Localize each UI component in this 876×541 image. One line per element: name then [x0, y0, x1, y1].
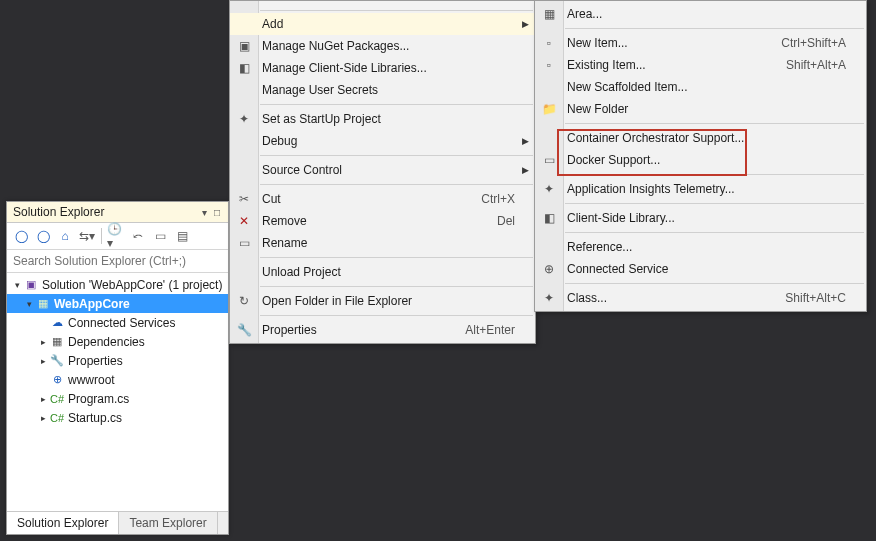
show-all-icon[interactable]: ▭ [150, 226, 170, 246]
globe-icon: ⊕ [49, 372, 65, 388]
menu-item-scaffolded[interactable]: New Scaffolded Item... [535, 76, 866, 98]
existing-item-icon: ▫ [539, 58, 559, 72]
menu-label: Application Insights Telemetry... [567, 182, 735, 196]
tab-solution-explorer[interactable]: Solution Explorer [7, 512, 119, 534]
menu-item-app-insights[interactable]: ✦ Application Insights Telemetry... [535, 178, 866, 200]
refresh-icon[interactable]: 🕒▾ [106, 226, 126, 246]
chevron-right-icon: ▶ [522, 165, 529, 175]
menu-item-cut[interactable]: ✂ Cut Ctrl+X [230, 188, 535, 210]
menu-label: Area... [567, 7, 602, 21]
menu-label: New Folder [567, 102, 628, 116]
solution-explorer-panel: Solution Explorer ▾ □ ◯ ◯ ⌂ ⇆▾ 🕒▾ ⤺ ▭ ▤ … [6, 201, 229, 535]
shortcut-label: Ctrl+X [481, 192, 515, 206]
menu-item-existing-item[interactable]: ▫ Existing Item... Shift+Alt+A [535, 54, 866, 76]
sync-icon[interactable]: ⇆▾ [77, 226, 97, 246]
wrench-icon: 🔧 [49, 353, 65, 369]
menu-label: Manage User Secrets [262, 83, 378, 97]
shortcut-label: Shift+Alt+C [785, 291, 846, 305]
expander-icon[interactable]: ▸ [37, 356, 49, 366]
panel-menu-dropdown-icon[interactable]: ▾ [200, 207, 209, 218]
tree-item-label: Startup.cs [68, 411, 122, 425]
menu-item-add[interactable]: Add ▶ [230, 13, 535, 35]
menu-item-new-folder[interactable]: 📁 New Folder [535, 98, 866, 120]
menu-item-user-secrets[interactable]: Manage User Secrets [230, 79, 535, 101]
solution-tree: ▾ ▣ Solution 'WebAppCore' (1 project) ▾ … [7, 273, 228, 517]
new-item-icon: ▫ [539, 36, 559, 50]
expander-icon[interactable]: ▾ [11, 280, 23, 290]
pin-icon[interactable]: □ [212, 207, 222, 218]
menu-label: Set as StartUp Project [262, 112, 381, 126]
collapse-icon[interactable]: ⤺ [128, 226, 148, 246]
menu-item-nuget[interactable]: ▣ Manage NuGet Packages... [230, 35, 535, 57]
menu-item-properties[interactable]: 🔧 Properties Alt+Enter [230, 319, 535, 341]
solution-icon: ▣ [23, 277, 39, 293]
menu-item-reference[interactable]: Reference... [535, 236, 866, 258]
expander-icon[interactable]: ▸ [37, 337, 49, 347]
menu-label: Class... [567, 291, 607, 305]
library-icon: ◧ [539, 211, 559, 225]
folder-icon: 📁 [539, 102, 559, 116]
menu-item-source-control[interactable]: Source Control ▶ [230, 159, 535, 181]
menu-label: Docker Support... [567, 153, 660, 167]
menu-label: New Item... [567, 36, 628, 50]
menu-separator [260, 257, 533, 258]
tree-item-connected-services[interactable]: ▸ ☁ Connected Services [7, 313, 228, 332]
menu-item-container-orchestrator[interactable]: Container Orchestrator Support... [535, 127, 866, 149]
expander-icon[interactable]: ▸ [37, 394, 49, 404]
tab-team-explorer[interactable]: Team Explorer [119, 512, 217, 534]
tree-item-properties[interactable]: ▸ 🔧 Properties [7, 351, 228, 370]
forward-icon[interactable]: ◯ [33, 226, 53, 246]
connected-services-icon: ☁ [49, 315, 65, 331]
menu-item-remove[interactable]: ✕ Remove Del [230, 210, 535, 232]
menu-separator [565, 174, 864, 175]
tree-item-label: Dependencies [68, 335, 145, 349]
menu-label: Source Control [262, 163, 342, 177]
tree-item-label: Connected Services [68, 316, 175, 330]
wrench-icon: 🔧 [234, 323, 254, 337]
menu-item-connected-service[interactable]: ⊕ Connected Service [535, 258, 866, 280]
menu-label: Cut [262, 192, 281, 206]
tree-solution-node[interactable]: ▾ ▣ Solution 'WebAppCore' (1 project) [7, 275, 228, 294]
add-submenu: ▦ Area... ▫ New Item... Ctrl+Shift+A ▫ E… [534, 0, 867, 312]
tree-item-program-cs[interactable]: ▸ C# Program.cs [7, 389, 228, 408]
menu-item-set-startup[interactable]: ✦ Set as StartUp Project [230, 108, 535, 130]
menu-item-unload[interactable]: Unload Project [230, 261, 535, 283]
panel-titlebar[interactable]: Solution Explorer ▾ □ [7, 202, 228, 223]
tree-item-label: wwwroot [68, 373, 115, 387]
menu-item-class[interactable]: ✦ Class... Shift+Alt+C [535, 287, 866, 309]
properties-toolbar-icon[interactable]: ▤ [172, 226, 192, 246]
menu-label: Debug [262, 134, 297, 148]
menu-separator [565, 203, 864, 204]
menu-label: Connected Service [567, 262, 668, 276]
menu-item-rename[interactable]: ▭ Rename [230, 232, 535, 254]
menu-item-debug[interactable]: Debug ▶ [230, 130, 535, 152]
back-icon[interactable]: ◯ [11, 226, 31, 246]
menu-item-client-libraries[interactable]: ◧ Manage Client-Side Libraries... [230, 57, 535, 79]
tree-item-wwwroot[interactable]: ▸ ⊕ wwwroot [7, 370, 228, 389]
menu-separator [260, 286, 533, 287]
tree-project-node[interactable]: ▾ ▦ WebAppCore [7, 294, 228, 313]
menu-label: Existing Item... [567, 58, 646, 72]
menu-item-new-item[interactable]: ▫ New Item... Ctrl+Shift+A [535, 32, 866, 54]
home-icon[interactable]: ⌂ [55, 226, 75, 246]
csharp-project-icon: ▦ [35, 296, 51, 312]
shortcut-label: Ctrl+Shift+A [781, 36, 846, 50]
menu-item-client-side-library[interactable]: ◧ Client-Side Library... [535, 207, 866, 229]
tree-item-startup-cs[interactable]: ▸ C# Startup.cs [7, 408, 228, 427]
tree-item-dependencies[interactable]: ▸ ▦ Dependencies [7, 332, 228, 351]
menu-separator [260, 155, 533, 156]
menu-item-open-folder[interactable]: ↻ Open Folder in File Explorer [230, 290, 535, 312]
expander-icon[interactable]: ▸ [37, 413, 49, 423]
menu-label: Add [262, 17, 283, 31]
class-icon: ✦ [539, 291, 559, 305]
menu-item-area[interactable]: ▦ Area... [535, 3, 866, 25]
shortcut-label: Alt+Enter [465, 323, 515, 337]
project-context-menu: Add ▶ ▣ Manage NuGet Packages... ◧ Manag… [229, 0, 536, 344]
tree-item-label: Properties [68, 354, 123, 368]
menu-label: Remove [262, 214, 307, 228]
csharp-file-icon: C# [49, 410, 65, 426]
menu-item-docker-support[interactable]: ▭ Docker Support... [535, 149, 866, 171]
menu-label: Reference... [567, 240, 632, 254]
expander-icon[interactable]: ▾ [23, 299, 35, 309]
search-input[interactable] [7, 250, 228, 273]
